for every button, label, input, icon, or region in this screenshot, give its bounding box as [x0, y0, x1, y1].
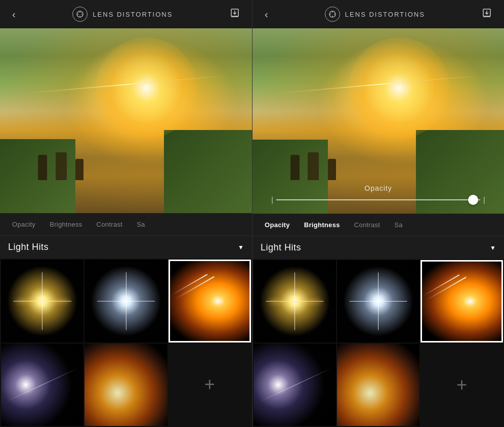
right-slider-container[interactable]: | | [271, 196, 485, 203]
right-category-title: Light Hits [261, 242, 301, 253]
silhouette-2 [56, 152, 67, 180]
left-photo-bg [0, 28, 252, 213]
right-download-button[interactable] [478, 6, 496, 23]
left-effect-3-streak [174, 276, 214, 300]
left-toolbar-saturation[interactable]: Sa [130, 214, 152, 235]
right-opacity-label: Opacity [364, 184, 392, 192]
right-dropdown-icon[interactable]: ▼ [490, 244, 496, 251]
left-lens-icon [72, 7, 88, 22]
left-effect-2[interactable] [85, 260, 167, 342]
right-effect-2-rays [337, 260, 419, 343]
left-effect-3[interactable] [169, 260, 251, 342]
right-effects-grid: + [253, 259, 504, 427]
left-category-title: Light Hits [8, 242, 49, 252]
left-effect-4[interactable] [1, 344, 83, 426]
left-effects-grid: + [0, 259, 252, 427]
silhouette-3 [75, 159, 83, 180]
right-effect-1-rays [254, 260, 336, 343]
compass-icon [76, 10, 84, 18]
right-effect-4-streak [257, 367, 332, 403]
right-lens-icon [325, 7, 340, 22]
left-effect-1[interactable] [1, 260, 83, 342]
left-header: ‹ LENS DISTORTIONS [0, 0, 252, 28]
left-category-bar[interactable]: Light Hits ▼ [0, 235, 252, 259]
right-slider-track[interactable] [276, 199, 480, 200]
right-toolbar-saturation[interactable]: Sa [387, 214, 410, 236]
right-effect-5[interactable] [337, 344, 419, 426]
left-add-icon: + [204, 374, 215, 395]
left-toolbar-brightness[interactable]: Brightness [43, 214, 89, 235]
left-toolbar-opacity[interactable]: Opacity [5, 214, 43, 235]
right-toolbar-opacity[interactable]: Opacity [258, 214, 297, 236]
right-toolbar-brightness[interactable]: Brightness [297, 214, 347, 236]
right-bottom-section: Light Hits ▼ + [253, 236, 504, 427]
right-add-icon: + [456, 374, 467, 396]
left-dropdown-icon[interactable]: ▼ [238, 244, 244, 251]
left-effect-4-streak [5, 367, 79, 403]
right-add-effect-button[interactable]: + [421, 344, 503, 426]
download-icon [230, 8, 240, 18]
left-panel: ‹ LENS DISTORTIONS [0, 0, 252, 427]
left-effect-5[interactable] [85, 344, 167, 426]
left-bottom-section: Light Hits ▼ + [0, 235, 252, 427]
right-panel: ‹ LENS DISTORTIONS [252, 0, 504, 427]
right-effect-3-streak [427, 277, 466, 300]
left-back-button[interactable]: ‹ [8, 7, 20, 22]
right-compass-icon [328, 10, 337, 18]
right-download-icon [482, 8, 492, 18]
right-effect-1[interactable] [254, 260, 336, 343]
right-app-title: LENS DISTORTIONS [345, 11, 425, 18]
left-toolbar: Opacity Brightness Contrast Sa [0, 213, 252, 235]
right-effect-3[interactable] [421, 260, 503, 343]
right-photo-area[interactable]: Opacity | | [253, 28, 504, 214]
right-opacity-overlay: Opacity | | [253, 28, 504, 214]
right-effect-4[interactable] [254, 344, 336, 426]
right-slider-min-tick: | [271, 196, 273, 203]
left-lens-flare [96, 37, 197, 139]
right-back-button[interactable]: ‹ [261, 7, 272, 22]
left-photo-area[interactable] [0, 28, 252, 213]
left-add-effect-button[interactable]: + [169, 344, 251, 426]
right-effect-2[interactable] [337, 260, 419, 343]
left-app-title: LENS DISTORTIONS [93, 11, 173, 18]
grass-right [164, 130, 252, 213]
right-header: ‹ LENS DISTORTIONS [253, 0, 504, 28]
left-download-button[interactable] [226, 6, 244, 23]
silhouette-1 [38, 155, 47, 180]
right-toolbar: Opacity Brightness Contrast Sa [253, 214, 504, 236]
left-effect-2-rays [85, 260, 167, 342]
left-toolbar-contrast[interactable]: Contrast [90, 214, 130, 235]
right-header-center: LENS DISTORTIONS [325, 7, 425, 22]
right-slider-thumb[interactable] [468, 195, 478, 205]
left-effect-1-rays [1, 260, 83, 342]
right-toolbar-contrast[interactable]: Contrast [347, 214, 388, 236]
right-category-bar[interactable]: Light Hits ▼ [253, 236, 504, 259]
right-slider-max-tick: | [483, 196, 485, 203]
left-header-center: LENS DISTORTIONS [72, 7, 173, 22]
